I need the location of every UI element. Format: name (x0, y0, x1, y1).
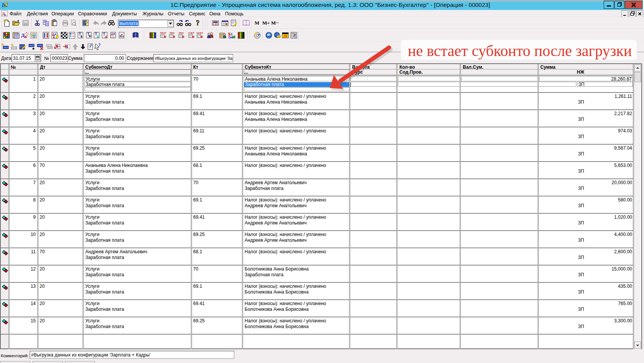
svg-text:Σ: Σ (53, 35, 55, 39)
svg-text:К: К (113, 32, 115, 36)
svg-text:?: ? (89, 45, 91, 49)
svg-text:ПКО: ПКО (170, 32, 175, 34)
svg-text:РКО: РКО (179, 32, 184, 34)
svg-text:26: 26 (283, 34, 287, 38)
svg-text:СЧЕТ: СЧЕТ (188, 32, 194, 34)
svg-text:7.7: 7.7 (294, 36, 296, 38)
svg-text:?: ? (196, 19, 200, 27)
svg-text:T: T (79, 32, 81, 36)
svg-text:1С: 1С (2, 2, 8, 8)
svg-text:к: к (25, 34, 27, 39)
svg-text:?: ? (258, 33, 260, 37)
svg-text:Д: Д (21, 32, 25, 38)
svg-text:ПЛАТ: ПЛАТ (160, 32, 167, 34)
svg-text:Т: Т (32, 33, 36, 39)
svg-text:?: ? (98, 43, 101, 47)
svg-text:НАКЛ: НАКЛ (197, 32, 203, 34)
svg-text:д: д (105, 35, 107, 38)
